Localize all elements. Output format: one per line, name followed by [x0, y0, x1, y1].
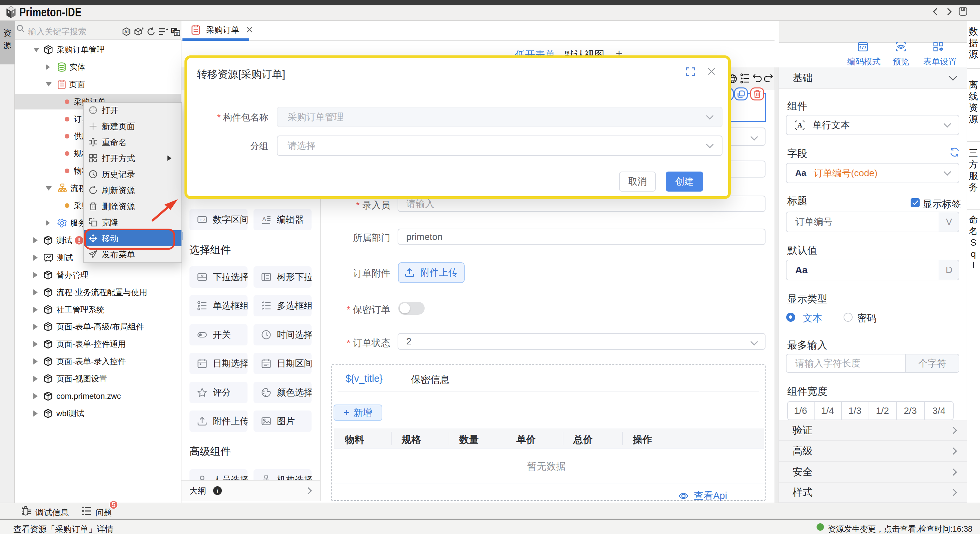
svg-text:1~3: 1~3 — [199, 218, 205, 222]
svg-text:A: A — [262, 216, 266, 223]
svg-text:文: 文 — [175, 31, 179, 35]
svg-text:i: i — [216, 488, 218, 494]
svg-text:A: A — [797, 121, 803, 129]
svg-text:AI: AI — [124, 29, 129, 34]
